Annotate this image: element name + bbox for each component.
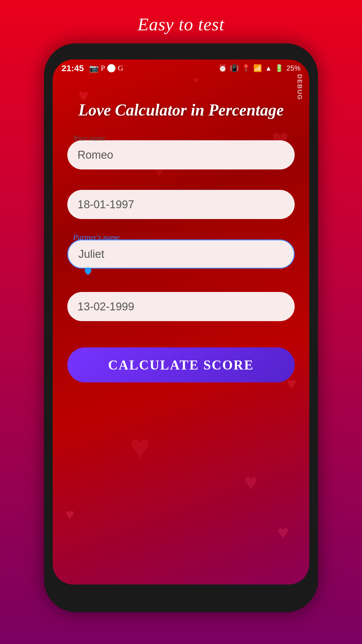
your-dob-group	[67, 190, 295, 219]
battery-percent: 25%	[287, 64, 301, 72]
status-bar: 21:45 📷 P G ⏰ 📳 📍 📶 ▲ 🔋 25% DEBUG	[53, 60, 309, 77]
phone-bottom	[44, 584, 318, 608]
your-name-group: Your name	[67, 140, 295, 169]
camera-icon: 📷	[89, 64, 99, 73]
battery-icon: 🔋	[275, 64, 284, 72]
circle-icon	[107, 64, 115, 72]
partner-name-group: Partner's name	[67, 239, 295, 269]
calculate-score-button[interactable]: CALCULATE SCORE	[67, 347, 295, 382]
partner-name-input[interactable]	[67, 239, 295, 269]
signal-icon: ▲	[265, 64, 272, 72]
partner-dob-input[interactable]	[67, 292, 295, 321]
wifi-icon: 📶	[253, 64, 262, 72]
app-content: Love Calculator in Percentage Your name …	[53, 77, 309, 584]
your-name-input[interactable]	[67, 140, 295, 169]
partner-name-label: Partner's name	[73, 233, 120, 242]
app-title: Love Calculator in Percentage	[78, 100, 284, 120]
translate-icon: G	[118, 64, 123, 73]
status-left: 21:45 📷 P G	[61, 63, 123, 73]
location-icon: 📍	[242, 64, 250, 72]
phone-device: ♥ ♥ ♥ ♥ ♥ ♥ ♥ ♥ ♥ ♥ ♥ ♥ ♥ 21:45 📷 P G ⏰	[44, 43, 318, 612]
status-right: ⏰ 📳 📍 📶 ▲ 🔋 25%	[218, 64, 301, 72]
partner-dob-group	[67, 292, 295, 321]
alarm-icon: ⏰	[218, 64, 227, 72]
status-time: 21:45	[61, 63, 84, 73]
phone-screen: ♥ ♥ ♥ ♥ ♥ ♥ ♥ ♥ ♥ ♥ ♥ ♥ ♥ 21:45 📷 P G ⏰	[53, 60, 309, 584]
your-name-label: Your name	[73, 134, 106, 143]
page-outer-title: Easy to test	[138, 14, 224, 35]
your-dob-input[interactable]	[67, 190, 295, 219]
p-icon: P	[101, 64, 105, 73]
vibrate-icon: 📳	[230, 64, 239, 72]
debug-badge: DEBUG	[296, 74, 303, 100]
